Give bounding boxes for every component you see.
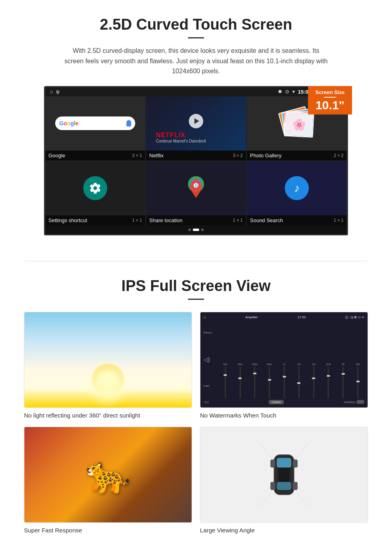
gear-icon bbox=[89, 182, 102, 195]
app-tile-settings[interactable]: Settings shortcut 1 × 1 bbox=[45, 161, 145, 225]
feature-item-fast-response: 🐆 Super Fast Response bbox=[24, 427, 192, 534]
eq-thumb-15k bbox=[342, 373, 345, 375]
netflix-tile-content: NETFLIX Continue Marvel's Daredevil bbox=[146, 96, 246, 151]
svg-rect-12 bbox=[270, 460, 275, 468]
eq-col-sub: SUB bbox=[351, 363, 364, 398]
sun-glow bbox=[92, 363, 124, 395]
eq-thumb-2-5k bbox=[297, 382, 300, 384]
sound-search-content: ♪ bbox=[247, 161, 347, 215]
app-tile-google[interactable]: Google Google 3 × 1 bbox=[45, 96, 145, 161]
page-dot-2[interactable] bbox=[193, 229, 199, 231]
page-dot-3[interactable] bbox=[201, 229, 204, 231]
sound-search-label: Sound Search 1 × 1 bbox=[247, 215, 347, 225]
netflix-play-button[interactable] bbox=[189, 114, 203, 128]
feature-img-amplifier: ⌂ Amplifier 17:33 ◫ ◁) ⊠ ▭ ↩ Balance ◁) … bbox=[200, 312, 368, 408]
section-divider bbox=[24, 261, 368, 261]
eq-slider-60hz[interactable] bbox=[225, 366, 226, 398]
settings-grid-size: 1 × 1 bbox=[132, 218, 142, 223]
amp-prev-icon: ◁◁ bbox=[204, 400, 208, 404]
eq-col-60hz: 60hz bbox=[219, 363, 232, 398]
gallery-label: Photo Gallery 2 × 2 bbox=[247, 151, 347, 161]
share-location-content: G ☞ bbox=[146, 161, 246, 215]
settings-bg bbox=[45, 161, 145, 215]
amp-footer: ◁◁ Custom loudness bbox=[204, 400, 364, 404]
svg-text:G: G bbox=[195, 183, 198, 188]
app-tile-sound-search[interactable]: ♪ Sound Search 1 × 1 bbox=[247, 161, 347, 225]
feature-img-cheetah: 🐆 bbox=[24, 427, 192, 523]
amp-loudness: loudness bbox=[344, 400, 364, 404]
eq-slider-1k[interactable] bbox=[284, 366, 285, 398]
eq-slider-500hz[interactable] bbox=[269, 366, 270, 398]
device-screen: ⌂ ψ ✱ ⊙ ▾ 15:06 ◫ ◁) ⊠ ▭ bbox=[44, 86, 348, 235]
app-tile-netflix[interactable]: NETFLIX Continue Marvel's Daredevil Netf… bbox=[146, 96, 246, 161]
netflix-subtitle: Continue Marvel's Daredevil bbox=[156, 139, 236, 143]
eq-thumb-1k bbox=[283, 376, 286, 377]
device-mockup: Screen Size 10.1" ⌂ ψ ✱ ⊙ ▾ 15:06 ◫ ◁) ⊠ bbox=[44, 86, 348, 235]
netflix-logo: NETFLIX bbox=[156, 132, 236, 139]
netflix-content: NETFLIX Continue Marvel's Daredevil bbox=[146, 96, 246, 151]
sound-search-app-name: Sound Search bbox=[250, 217, 283, 223]
section-ips: IPS Full Screen View No light reflecting… bbox=[0, 273, 392, 546]
share-location-bg: G ☞ bbox=[146, 161, 246, 215]
netflix-label: Netflix 3 × 2 bbox=[146, 151, 246, 161]
settings-icon-circle bbox=[83, 176, 107, 200]
eq-slider-12-5k[interactable] bbox=[328, 366, 329, 398]
gallery-app-name: Photo Gallery bbox=[250, 153, 282, 159]
sky-image bbox=[24, 312, 192, 407]
google-search-bar[interactable]: Google bbox=[55, 116, 135, 130]
eq-slider-sub[interactable] bbox=[357, 366, 358, 398]
amp-loudness-label: loudness bbox=[344, 401, 355, 403]
sound-search-grid-size: 1 × 1 bbox=[334, 218, 344, 223]
mic-icon bbox=[126, 120, 131, 126]
svg-rect-15 bbox=[293, 482, 298, 490]
google-bg: Google bbox=[45, 96, 145, 151]
gallery-grid-size: 2 × 2 bbox=[334, 153, 344, 158]
music-note-icon: ♪ bbox=[294, 182, 300, 195]
google-app-name: Google bbox=[48, 153, 65, 159]
netflix-bg: NETFLIX Continue Marvel's Daredevil bbox=[146, 96, 246, 151]
settings-tile-content bbox=[45, 161, 145, 215]
section2-title: IPS Full Screen View bbox=[24, 277, 368, 295]
eq-slider-2-5k[interactable] bbox=[298, 366, 300, 398]
eq-col-2-5k: 2.5k bbox=[292, 363, 306, 398]
amp-toggle[interactable] bbox=[356, 400, 364, 404]
location-icon: ⊙ bbox=[285, 89, 289, 94]
app-tile-share-location[interactable]: G ☞ Share location 1 × 1 bbox=[146, 161, 246, 225]
wifi-icon: ▾ bbox=[292, 89, 295, 94]
status-bar: ⌂ ψ ✱ ⊙ ▾ 15:06 ◫ ◁) ⊠ ▭ bbox=[45, 87, 347, 96]
google-label: Google 3 × 1 bbox=[45, 151, 145, 161]
amp-content: Balance ◁) Fader 60hz bbox=[204, 321, 364, 398]
share-location-grid-size: 1 × 1 bbox=[233, 218, 243, 223]
feature-label-sunlight: No light reflecting under 360° direct su… bbox=[24, 412, 192, 419]
eq-slider-15k[interactable] bbox=[342, 366, 344, 398]
eq-col-1k: 1k bbox=[278, 363, 291, 398]
page-dot-1[interactable] bbox=[188, 229, 191, 231]
amp-custom-button[interactable]: Custom bbox=[269, 400, 283, 404]
amp-title: Amplifier bbox=[245, 315, 258, 319]
eq-thumb-sub bbox=[356, 381, 360, 382]
amplifier-screen: ⌂ Amplifier 17:33 ◫ ◁) ⊠ ▭ ↩ Balance ◁) … bbox=[200, 312, 368, 407]
google-tile-content: Google bbox=[45, 96, 145, 151]
usb-icon: ψ bbox=[56, 89, 60, 94]
feature-grid: No light reflecting under 360° direct su… bbox=[24, 312, 368, 534]
badge-line bbox=[324, 97, 336, 98]
feature-img-car bbox=[200, 427, 368, 523]
maps-icon: G bbox=[186, 174, 206, 198]
feature-img-sunlight bbox=[24, 312, 192, 408]
eq-col-15k: 15k bbox=[336, 363, 350, 398]
badge-size: 10.1" bbox=[313, 99, 347, 111]
status-bar-left: ⌂ ψ bbox=[50, 89, 60, 94]
feature-label-watermarks: No Watermarks When Touch bbox=[200, 412, 368, 419]
amp-icons: ◫ ◁) ⊠ ▭ ↩ bbox=[345, 315, 364, 319]
section1-title: 2.5D Curved Touch Screen bbox=[24, 16, 368, 33]
eq-slider-200hz[interactable] bbox=[254, 366, 255, 398]
eq-slider-10k[interactable] bbox=[313, 366, 314, 398]
eq-slider-100hz[interactable] bbox=[240, 366, 241, 398]
netflix-app-name: Netflix bbox=[149, 153, 164, 159]
settings-app-name: Settings shortcut bbox=[48, 217, 87, 223]
cheetah-emoji: 🐆 bbox=[86, 454, 130, 496]
eq-col-100hz: 100hz bbox=[234, 363, 247, 398]
eq-col-200hz: 200hz bbox=[248, 363, 262, 398]
settings-label: Settings shortcut 1 × 1 bbox=[45, 215, 145, 225]
svg-rect-14 bbox=[270, 482, 275, 490]
